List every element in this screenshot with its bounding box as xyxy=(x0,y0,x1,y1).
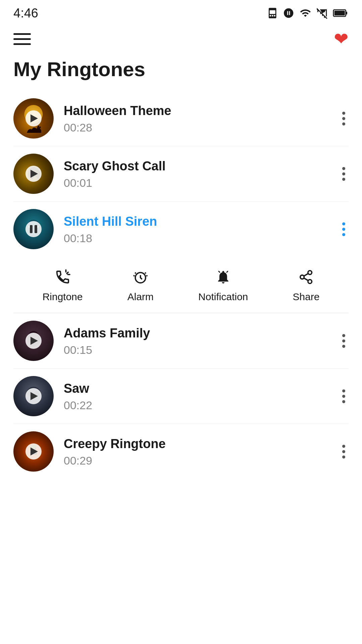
thumbnail-creepy[interactable] xyxy=(13,431,54,472)
page-title: My Ringtones xyxy=(0,54,362,91)
item-duration: 00:22 xyxy=(64,399,329,412)
svg-point-15 xyxy=(308,280,312,284)
item-info: Silent Hill Siren 00:18 xyxy=(64,213,329,245)
svg-rect-7 xyxy=(335,11,345,15)
more-options-button[interactable] xyxy=(339,164,349,184)
ringtone-action-label: Ringtone xyxy=(43,291,83,303)
notification-action-button[interactable]: Notification xyxy=(198,269,248,303)
notification-icon xyxy=(216,269,231,287)
status-icons xyxy=(267,7,349,19)
svg-point-14 xyxy=(300,275,304,279)
item-duration: 00:29 xyxy=(64,454,329,467)
svg-point-13 xyxy=(308,271,312,275)
more-options-button[interactable] xyxy=(339,441,349,462)
wifi-icon xyxy=(299,7,312,19)
play-button[interactable] xyxy=(25,110,42,126)
action-row: Ringtone Alarm xyxy=(13,259,349,313)
list-item[interactable]: Scary Ghost Call 00:01 xyxy=(0,146,362,201)
list-item[interactable]: Adams Family 00:15 xyxy=(0,313,362,368)
status-time: 4:46 xyxy=(13,6,38,20)
item-title: Adams Family xyxy=(64,325,329,341)
notification-action-label: Notification xyxy=(198,291,248,303)
signal-icon xyxy=(316,7,328,19)
item-duration: 00:01 xyxy=(64,176,329,190)
item-info: Adams Family 00:15 xyxy=(64,325,329,357)
item-duration: 00:18 xyxy=(64,232,329,245)
menu-button[interactable] xyxy=(13,33,31,45)
item-title-active: Silent Hill Siren xyxy=(64,213,329,230)
thumbnail-adams[interactable] xyxy=(13,321,54,361)
list-item[interactable]: Creepy Ringtone 00:29 xyxy=(0,424,362,479)
share-icon xyxy=(298,269,314,287)
svg-rect-4 xyxy=(274,15,275,16)
more-options-button-active[interactable] xyxy=(339,219,349,239)
item-title: Scary Ghost Call xyxy=(64,158,329,174)
svg-rect-2 xyxy=(270,15,271,16)
svg-rect-6 xyxy=(346,12,347,15)
list-item[interactable]: Halloween Theme 00:28 xyxy=(0,91,362,146)
alarm-action-label: Alarm xyxy=(127,291,154,303)
top-bar: ❤ xyxy=(0,23,362,54)
thumbnail-halloween[interactable] xyxy=(13,98,54,139)
item-title: Halloween Theme xyxy=(64,103,329,119)
battery-icon xyxy=(333,7,349,19)
share-action-label: Share xyxy=(293,291,319,303)
status-bar: 4:46 xyxy=(0,0,362,23)
sim-icon xyxy=(267,7,278,19)
thumbnail-siren[interactable] xyxy=(13,209,54,249)
item-duration: 00:28 xyxy=(64,121,329,134)
item-duration: 00:15 xyxy=(64,343,329,357)
more-options-button[interactable] xyxy=(339,386,349,407)
item-info: Creepy Ringtone 00:29 xyxy=(64,436,329,467)
item-title: Saw xyxy=(64,380,329,397)
more-options-button[interactable] xyxy=(339,108,349,129)
share-action-button[interactable]: Share xyxy=(293,269,319,303)
android-icon xyxy=(283,7,294,19)
item-info: Saw 00:22 xyxy=(64,380,329,412)
play-button[interactable] xyxy=(25,388,42,404)
alarm-icon xyxy=(133,269,148,287)
play-button[interactable] xyxy=(25,166,42,182)
list-item-active[interactable]: Silent Hill Siren 00:18 Ringtone xyxy=(0,202,362,313)
thumbnail-saw[interactable] xyxy=(13,376,54,416)
list-item[interactable]: Saw 00:22 xyxy=(0,369,362,424)
alarm-action-button[interactable]: Alarm xyxy=(127,269,154,303)
item-info: Halloween Theme 00:28 xyxy=(64,103,329,134)
svg-rect-1 xyxy=(270,10,276,14)
ringtone-list: Halloween Theme 00:28 Scary Ghost Call 0… xyxy=(0,91,362,479)
more-options-button[interactable] xyxy=(339,331,349,351)
ringtone-icon xyxy=(55,269,70,287)
svg-rect-3 xyxy=(272,15,273,16)
pause-button[interactable] xyxy=(25,221,42,237)
play-button[interactable] xyxy=(25,333,42,349)
item-title: Creepy Ringtone xyxy=(64,436,329,452)
ringtone-action-button[interactable]: Ringtone xyxy=(43,269,83,303)
item-info: Scary Ghost Call 00:01 xyxy=(64,158,329,190)
play-button[interactable] xyxy=(25,443,42,460)
favorites-button[interactable]: ❤ xyxy=(334,30,349,48)
thumbnail-ghost[interactable] xyxy=(13,154,54,194)
